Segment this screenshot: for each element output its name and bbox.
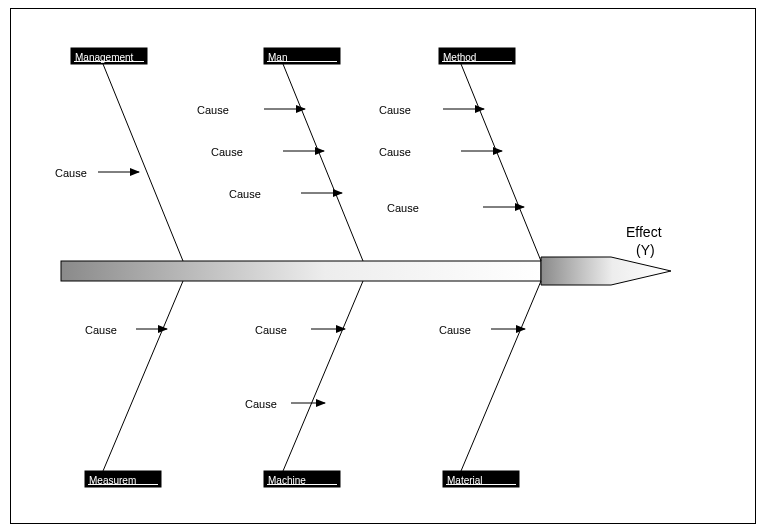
cause-man-1: Cause bbox=[211, 146, 324, 158]
svg-text:Method: Method bbox=[443, 52, 476, 63]
cause-machine-0: Cause bbox=[255, 324, 345, 336]
category-label-machine: Machine bbox=[264, 471, 340, 487]
category-label-man: Man bbox=[264, 48, 340, 64]
svg-text:Material: Material bbox=[447, 475, 483, 486]
svg-text:Cause: Cause bbox=[211, 146, 243, 158]
category-label-method: Method bbox=[439, 48, 515, 64]
svg-text:Cause: Cause bbox=[387, 202, 419, 214]
svg-text:Man: Man bbox=[268, 52, 287, 63]
cause-method-0: Cause bbox=[379, 104, 484, 116]
svg-text:Cause: Cause bbox=[229, 188, 261, 200]
diagram-frame: Effect (Y) Management Man Method Measure… bbox=[10, 8, 756, 524]
bone-man bbox=[283, 64, 363, 261]
bone-machine bbox=[283, 281, 363, 471]
effect-label-line1: Effect bbox=[626, 224, 662, 240]
cause-man-2: Cause bbox=[229, 188, 342, 200]
bone-measurement bbox=[103, 281, 183, 471]
bone-material bbox=[461, 281, 541, 471]
svg-text:Machine: Machine bbox=[268, 475, 306, 486]
svg-text:Measurem: Measurem bbox=[89, 475, 136, 486]
cause-management-0: Cause bbox=[55, 167, 139, 179]
cause-method-1: Cause bbox=[379, 146, 502, 158]
svg-text:Cause: Cause bbox=[245, 398, 277, 410]
spine-body bbox=[61, 261, 541, 281]
cause-measurement-0: Cause bbox=[85, 324, 167, 336]
bone-management bbox=[103, 64, 183, 261]
spine-arrow-head-base bbox=[541, 257, 671, 285]
fishbone-diagram: Effect (Y) Management Man Method Measure… bbox=[11, 9, 757, 525]
bone-method bbox=[461, 64, 541, 261]
svg-text:Cause: Cause bbox=[55, 167, 87, 179]
cause-method-2: Cause bbox=[387, 202, 524, 214]
svg-text:Cause: Cause bbox=[379, 146, 411, 158]
category-label-measurement: Measurem bbox=[85, 471, 161, 487]
cause-man-0: Cause bbox=[197, 104, 305, 116]
svg-text:Cause: Cause bbox=[439, 324, 471, 336]
cause-material-0: Cause bbox=[439, 324, 525, 336]
svg-text:Management: Management bbox=[75, 52, 134, 63]
svg-text:Cause: Cause bbox=[379, 104, 411, 116]
category-label-material: Material bbox=[443, 471, 519, 487]
svg-text:Cause: Cause bbox=[255, 324, 287, 336]
effect-label-line2: (Y) bbox=[636, 242, 655, 258]
svg-text:Cause: Cause bbox=[197, 104, 229, 116]
svg-text:Cause: Cause bbox=[85, 324, 117, 336]
category-label-management: Management bbox=[71, 48, 147, 64]
